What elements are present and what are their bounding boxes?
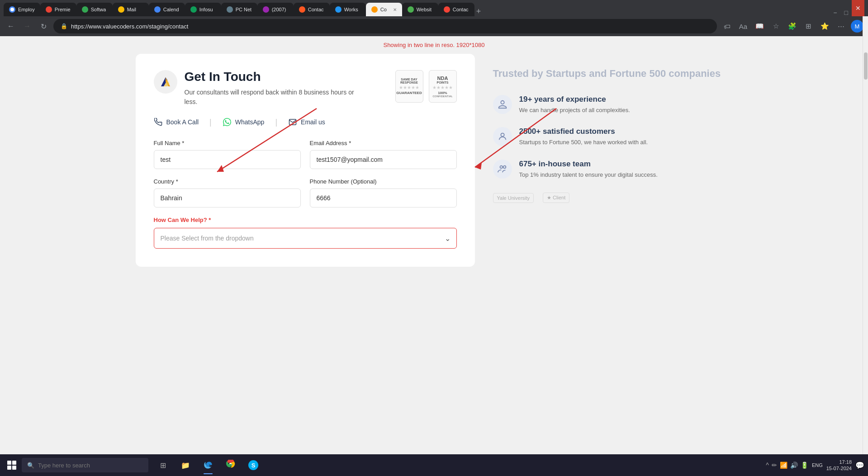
forward-button[interactable]: → [21, 20, 33, 33]
badge2-confidential: CONFIDENTIAL [432, 95, 452, 98]
phone-group: Phone Number (Optional) [310, 178, 457, 207]
trust-heading: Trusted by Startups and Fortune 500 comp… [493, 67, 733, 80]
tab-works[interactable]: Works [330, 3, 366, 16]
phone-icon [154, 118, 163, 127]
tab-2007[interactable]: (2007) [257, 3, 294, 16]
split-view-icon[interactable]: ⊞ [802, 20, 815, 33]
tab-co-active[interactable]: Co ✕ [366, 3, 402, 16]
book-call-link[interactable]: Book A Call [154, 118, 199, 127]
header-text: Get In Touch Our consultants will respon… [185, 70, 356, 107]
scrollbar[interactable] [863, 16, 868, 357]
whatsapp-link[interactable]: WhatsApp [223, 118, 265, 127]
help-dropdown[interactable]: Please Select from the dropdown Web Deve… [154, 228, 457, 249]
notice-text: Showing in two line in reso. 1920*1080 [383, 42, 484, 48]
stat-customers-desc: Startups to Fortune 500, we have worked … [519, 138, 648, 147]
whatsapp-icon [223, 118, 232, 127]
country-group: Country * [154, 178, 301, 207]
client-logos: Yale University ★ Client [493, 193, 733, 203]
tab-contac2[interactable]: Contac [438, 3, 474, 16]
tab-softwa[interactable]: Softwa [76, 3, 113, 16]
full-name-label: Full Name * [154, 140, 301, 146]
full-name-group: Full Name * [154, 140, 301, 169]
client-logo-1: Yale University [493, 193, 534, 203]
email-us-label: Email us [301, 118, 325, 126]
badge1-stars: ★★★★★ [399, 85, 419, 90]
scrollbar-thumb[interactable] [864, 52, 868, 80]
tab-pcnet[interactable]: PC Net [221, 3, 257, 16]
stat-customers-number: 2500+ satisfied customers [519, 127, 648, 136]
extensions-icon[interactable]: 🧩 [786, 20, 798, 33]
subtitle-text: Our consultants will respond back within… [185, 88, 356, 107]
logo-title: Get In Touch Our consultants will respon… [154, 70, 356, 107]
contact-card: Get In Touch Our consultants will respon… [136, 54, 475, 267]
immersive-reader-icon[interactable]: 📖 [753, 20, 766, 33]
stat-experience: 19+ years of experience We can handle pr… [493, 95, 733, 115]
tab-premie[interactable]: Premie [40, 3, 76, 16]
tab-mail[interactable]: Mail [113, 3, 149, 16]
page-title: Get In Touch [185, 70, 356, 84]
maximize-button[interactable]: □ [841, 9, 852, 16]
read-aloud-icon[interactable]: Aa [737, 20, 749, 33]
address-bar-row: ← → ↻ 🔒 https://www.valuecoders.com/stag… [0, 16, 868, 36]
tab-bar: Employ Premie Softwa Mail Calend Infosu … [0, 0, 868, 16]
tab-employ[interactable]: Employ [4, 3, 40, 16]
company-logo [157, 74, 174, 90]
tab-websit[interactable]: Websit [402, 3, 438, 16]
email-icon [288, 118, 297, 127]
form-row-1: Full Name * Email Address * [154, 140, 457, 169]
contact-links: Book A Call | WhatsApp | [154, 118, 457, 127]
svg-point-8 [501, 133, 504, 137]
minimize-button[interactable]: − [830, 9, 840, 16]
badge2-100: 100% [438, 91, 447, 95]
close-button[interactable]: ✕ [852, 0, 864, 16]
email-input[interactable] [310, 150, 457, 169]
right-panel: Trusted by Startups and Fortune 500 comp… [493, 54, 733, 267]
stat-team: 675+ in-house team Top 1% industry talen… [493, 160, 733, 179]
help-label: How Can We Help? * [154, 217, 457, 223]
badge-same-day: SAME DAY RESPONSE ★★★★★ GUARANTEED [395, 70, 423, 103]
stat-team-text: 675+ in-house team Top 1% industry talen… [519, 160, 658, 179]
url-text: https://www.valuecoders.com/staging/cont… [71, 23, 188, 30]
badge2-nda: NDA [437, 75, 448, 81]
stat-experience-text: 19+ years of experience We can handle pr… [519, 95, 630, 115]
bookmark-icon[interactable]: 🏷 [721, 20, 733, 33]
browser-chrome: Employ Premie Softwa Mail Calend Infosu … [0, 0, 868, 36]
whatsapp-label: WhatsApp [235, 118, 265, 126]
notice-bar: Showing in two line in reso. 1920*1080 [0, 36, 868, 54]
badge2-points: POINTS [436, 81, 448, 84]
badge2-stars: ★★★★★ [432, 85, 453, 90]
back-button[interactable]: ← [5, 20, 17, 33]
tab-close-icon[interactable]: ✕ [393, 7, 397, 12]
page-content: Showing in two line in reso. 1920*1080 [0, 36, 868, 357]
book-call-label: Book A Call [166, 118, 199, 126]
email-link[interactable]: Email us [288, 118, 325, 127]
logo-circle [154, 70, 177, 94]
email-group: Email Address * [310, 140, 457, 169]
lock-icon: 🔒 [61, 23, 67, 29]
stat-customers-text: 2500+ satisfied customers Startups to Fo… [519, 127, 648, 147]
dropdown-container: Please Select from the dropdown Web Deve… [154, 228, 457, 249]
stat-customers: 2500+ satisfied customers Startups to Fo… [493, 127, 733, 147]
profile-icon[interactable]: M [851, 20, 863, 33]
tab-contac1[interactable]: Contac [294, 3, 330, 16]
stat-team-desc: Top 1% industry talent to ensure your di… [519, 170, 658, 179]
phone-input[interactable] [310, 189, 457, 207]
full-name-input[interactable] [154, 150, 301, 169]
badge1-guaranteed: GUARANTEED [396, 91, 422, 95]
new-tab-button[interactable]: + [476, 7, 481, 16]
country-input[interactable] [154, 189, 301, 207]
favorites-icon[interactable]: ☆ [769, 20, 782, 33]
team-icon [493, 160, 512, 179]
experience-icon [493, 95, 512, 114]
reload-button[interactable]: ↻ [37, 20, 50, 33]
address-bar[interactable]: 🔒 https://www.valuecoders.com/staging/co… [53, 19, 717, 33]
badge-nda: NDA POINTS ★★★★★ 100% CONFIDENTIAL [429, 70, 457, 103]
badges: SAME DAY RESPONSE ★★★★★ GUARANTEED NDA P… [395, 70, 457, 103]
more-icon[interactable]: ⋯ [835, 20, 847, 33]
tab-calend[interactable]: Calend [149, 3, 185, 16]
form-row-2: Country * Phone Number (Optional) [154, 178, 457, 207]
collections-icon[interactable]: ⭐ [818, 20, 831, 33]
tab-infosu[interactable]: Infosu [185, 3, 221, 16]
svg-point-7 [501, 100, 504, 104]
card-header: Get In Touch Our consultants will respon… [154, 70, 457, 107]
